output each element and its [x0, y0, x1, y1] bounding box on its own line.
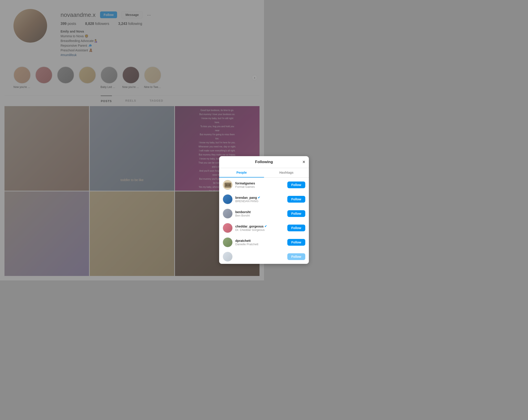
avatar-benborsht [223, 209, 233, 218]
verified-badge-2: ✔ [258, 196, 260, 199]
following-username-2: brendan_pang ✔ [235, 196, 264, 199]
following-info-3: benborsht Ben Borsht [235, 210, 264, 217]
following-item-1: formatgames Format Games Follow [219, 178, 264, 192]
following-name-1: Format Games [235, 185, 264, 189]
modal-backdrop[interactable]: Following × People Hashtags formatgames … [0, 0, 264, 280]
following-info-1: formatgames Format Games [235, 181, 264, 189]
avatar-brendan-pang [223, 194, 233, 204]
following-name-3: Ben Borsht [235, 214, 264, 217]
avatar-partial [223, 252, 233, 262]
following-info-5: dpratchett Danielle Pratchett [235, 239, 264, 246]
svg-point-2 [225, 184, 227, 186]
following-item-6: Follow [219, 250, 264, 264]
following-username-4: cheddar_gorgeous ✔ [235, 225, 264, 228]
following-name-5: Danielle Pratchett [235, 242, 264, 246]
following-info-4: cheddar_gorgeous ✔ Dr. Cheddar Gorgeous [235, 225, 264, 231]
svg-point-3 [228, 184, 230, 186]
following-username-5: dpratchett [235, 239, 264, 242]
svg-rect-4 [227, 185, 228, 186]
following-item-4: cheddar_gorgeous ✔ Dr. Cheddar Gorgeous … [219, 221, 264, 235]
avatar-cheddar-gorgeous [223, 223, 233, 233]
following-item-3: benborsht Ben Borsht Follow [219, 206, 264, 221]
modal-body: formatgames Format Games Follow brendan_… [219, 178, 264, 264]
modal-header: Following × [219, 156, 264, 168]
username-text-2: brendan_pang [235, 196, 257, 199]
following-info-2: brendan_pang ✔ BRENDAN PANG [235, 196, 264, 203]
following-item-5: dpratchett Danielle Pratchett Follow [219, 235, 264, 250]
following-item-2: brendan_pang ✔ BRENDAN PANG Follow [219, 192, 264, 206]
following-username-1: formatgames [235, 181, 264, 185]
following-name-4: Dr. Cheddar Gorgeous [235, 228, 264, 231]
modal-tabs: People Hashtags [219, 168, 264, 178]
username-text-4: cheddar_gorgeous [235, 225, 264, 228]
following-name-2: BRENDAN PANG [235, 199, 264, 203]
avatar-dpratchett [223, 237, 233, 247]
following-modal: Following × People Hashtags formatgames … [219, 156, 264, 264]
avatar-formatgames [223, 180, 233, 190]
following-username-3: benborsht [235, 210, 264, 214]
modal-tab-people[interactable]: People [219, 168, 264, 178]
modal-title: Following [255, 160, 264, 164]
